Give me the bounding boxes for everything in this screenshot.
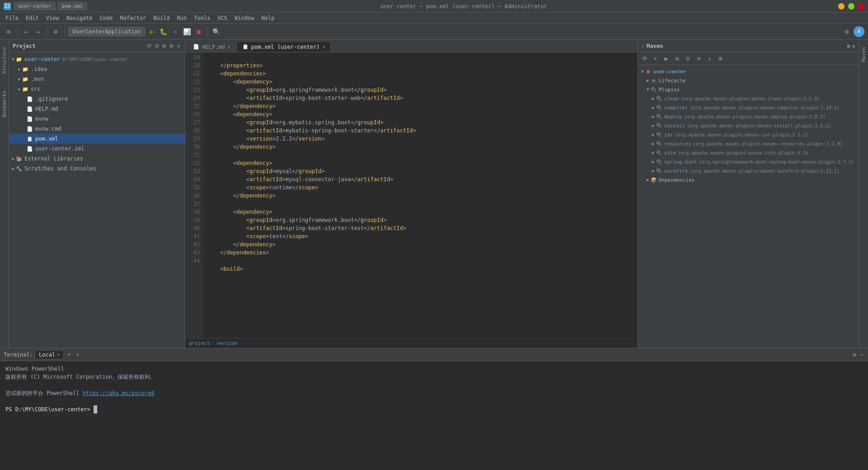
tab-helpmd-close[interactable]: ✕ [228, 44, 231, 49]
minimize-button[interactable] [838, 3, 844, 9]
file-tab[interactable]: pom.xml [57, 2, 87, 10]
hide-btn[interactable]: ✕ [176, 42, 181, 50]
tree-item-mvnwcmd[interactable]: ▶ 📄 mvnw.cmd [9, 124, 185, 134]
tree-item-iml[interactable]: ▶ 📄 user-center.iml [9, 144, 185, 154]
bookmarks-tab[interactable]: Bookmarks [0, 87, 8, 121]
maven-arrow-clean: ▶ [651, 96, 656, 101]
menu-refactor[interactable]: Refactor [116, 14, 150, 22]
toolbar-project-btn[interactable]: ≡ [4, 27, 14, 37]
terminal-add-btn[interactable]: + [66, 351, 72, 359]
toolbar-back-btn[interactable]: ← [21, 27, 31, 37]
maven-plugin-site[interactable]: ▶ 🔌 site (org.apache.maven.plugins:maven… [638, 148, 859, 157]
maven-collapse-btn[interactable]: ≡ [694, 54, 704, 64]
tree-item-helpmd[interactable]: ▶ 📄 HELP.md [9, 104, 185, 114]
terminal-chevron-btn[interactable]: ▾ [74, 351, 81, 359]
maven-plugin-deploy[interactable]: ▶ 🔌 deploy (org.apache.maven.plugins:mav… [638, 112, 859, 121]
maven-sub-resources: (org.apache.maven.plugins:maven-resource… [693, 141, 843, 146]
maven-sort-btn[interactable]: ↕ [705, 54, 715, 64]
toolbar-settings-btn[interactable]: ⚙ [51, 27, 61, 37]
maven-dependencies[interactable]: ▶ 📦 Dependencies [638, 175, 859, 184]
tab-helpmd[interactable]: 📄 HELP.md ✕ [187, 41, 236, 52]
menu-vcs[interactable]: VCS [214, 14, 231, 22]
maven-settings-btn[interactable]: ⚙ [847, 43, 850, 49]
code-editor[interactable]: </properties> <dependencies> <dependency… [203, 52, 637, 338]
maven-side-tab[interactable]: Maven [860, 43, 868, 66]
maven-toggle-btn[interactable]: ⊟ [683, 54, 693, 64]
debug-button[interactable]: 🐛 [159, 27, 169, 37]
gear-btn[interactable]: ⚙ [169, 42, 174, 50]
coverage-button[interactable]: ⚡ [170, 27, 180, 37]
menu-run[interactable]: Run [173, 14, 190, 22]
maven-add-btn[interactable]: + [651, 54, 660, 64]
profile-button[interactable]: 📊 [182, 27, 192, 37]
menu-help[interactable]: Help [258, 14, 278, 22]
terminal-content[interactable]: Windows PowerShell 版权所有 (C) Microsoft Co… [0, 361, 868, 470]
stop-button[interactable]: ■ [194, 27, 204, 37]
terminal-settings-btn[interactable]: ⚙ [852, 351, 857, 358]
terminal-link[interactable]: https://aka.ms/pscore6 [83, 390, 155, 396]
menu-edit[interactable]: Edit [22, 14, 42, 22]
bc-version[interactable]: version [217, 340, 237, 346]
maven-lifecycle[interactable]: ▶ ⚙ Lifecycle [638, 76, 859, 85]
maven-plugin-springboot[interactable]: ▶ 🔌 spring-boot (org.springframework.boo… [638, 157, 859, 166]
maven-arrow-root: ▼ [640, 69, 645, 74]
search-everywhere-btn[interactable]: 🔍 [212, 27, 222, 37]
expand-btn[interactable]: ⊞ [162, 42, 167, 50]
run-button[interactable]: ▶ [147, 27, 157, 37]
maven-reload-btn[interactable]: ⟳ [640, 54, 650, 64]
maven-sub-surefire: (org.apache.maven.plugins:maven-surefire… [690, 169, 840, 174]
tree-item-src[interactable]: ▶ 📁 src [9, 84, 185, 94]
maven-plugins[interactable]: ▼ 🔌 Plugins [638, 85, 859, 94]
title-bar: IJ user-center pom.xml user-center – pom… [0, 0, 868, 13]
ln-30: 30 [185, 143, 200, 151]
tree-item-root[interactable]: ▼ 📁 user-center D:\MY\CODE\user-center [9, 54, 185, 64]
menu-code[interactable]: Code [96, 14, 117, 22]
tab-pomxml[interactable]: 📋 pom.xml (user-center) ✕ [236, 41, 331, 52]
maven-plugin-resources[interactable]: ▶ 🔌 resources (org.apache.maven.plugins:… [638, 139, 859, 148]
arrow-ext-libs: ▶ [11, 156, 15, 161]
tree-item-scratches[interactable]: ▶ 🔧 Scratches and Consoles [9, 164, 185, 174]
maven-plugin-install[interactable]: ▶ 🔌 install (org.apache.maven.plugins:ma… [638, 121, 859, 130]
menu-build[interactable]: Build [150, 14, 173, 22]
terminal-minimize-btn[interactable]: — [859, 351, 864, 358]
maven-plugin-clean[interactable]: ▶ 🔌 clean (org.apache.maven.plugins:mave… [638, 94, 859, 103]
maven-plugin-compiler[interactable]: ▶ 🔌 compiler (org.apache.maven.plugins:m… [638, 103, 859, 112]
maven-execute-btn[interactable]: ▶ [661, 54, 671, 64]
breadcrumb-bar: project › version [185, 338, 637, 348]
tree-item-ext-libs[interactable]: ▶ 📚 External Libraries [9, 154, 185, 164]
maven-plugin-jar[interactable]: ▶ 🔌 jar (org.apache.maven.plugins:maven-… [638, 130, 859, 139]
toolbar-forward-btn[interactable]: → [33, 27, 43, 37]
maximize-button[interactable] [848, 3, 854, 9]
tree-item-mvnw[interactable]: ▶ 📄 mvnw [9, 114, 185, 124]
menu-window[interactable]: Window [231, 14, 258, 22]
menu-tools[interactable]: Tools [190, 14, 214, 22]
terminal-tab-close[interactable]: ✕ [57, 352, 60, 357]
collapse-btn[interactable]: ⊟ [155, 42, 160, 50]
terminal-tab-local[interactable]: Local ✕ [35, 350, 64, 359]
sync-btn[interactable]: ⟳ [146, 42, 153, 50]
main-toolbar: ≡ ← → ⚙ UserCenterApplication ▶ 🐛 ⚡ 📊 ■ … [0, 24, 868, 40]
maven-expand-btn[interactable]: ⊞ [716, 54, 726, 64]
maven-toolbar: ⟳ + ▶ m ⊟ ≡ ↕ ⊞ [638, 52, 859, 65]
tree-item-mvn[interactable]: ▶ 📁 .mvn [9, 74, 185, 84]
maven-plugin-surefire[interactable]: ▶ 🔌 surefire (org.apache.maven.plugins:m… [638, 166, 859, 175]
tree-item-gitignore[interactable]: ▶ 📄 .gitignore [9, 94, 185, 104]
avatar-btn[interactable]: A [854, 26, 864, 37]
menu-navigate[interactable]: Navigate [63, 14, 96, 22]
tree-item-idea[interactable]: ▶ 📁 .idea [9, 64, 185, 74]
settings-btn[interactable]: ⚙ [842, 27, 852, 37]
close-button[interactable] [858, 3, 864, 9]
menu-view[interactable]: View [42, 14, 63, 22]
run-config-selector[interactable]: UserCenterApplication [68, 27, 145, 36]
bc-project[interactable]: project [189, 340, 210, 346]
structure-tab[interactable]: Structure [0, 43, 8, 78]
project-tab[interactable]: user-center [14, 2, 56, 10]
project-tree: ▼ 📁 user-center D:\MY\CODE\user-center ▶… [9, 52, 185, 348]
maven-hide-btn[interactable]: ✕ [852, 43, 855, 49]
ln-35: 35 [185, 183, 200, 192]
maven-root[interactable]: ▼ m user-center [638, 67, 859, 76]
menu-file[interactable]: File [2, 14, 22, 22]
tree-item-pomxml[interactable]: ▶ 📋 pom.xml [9, 134, 185, 144]
tab-pomxml-close[interactable]: ✕ [322, 44, 325, 49]
maven-lifecycle-btn[interactable]: m [672, 54, 682, 64]
